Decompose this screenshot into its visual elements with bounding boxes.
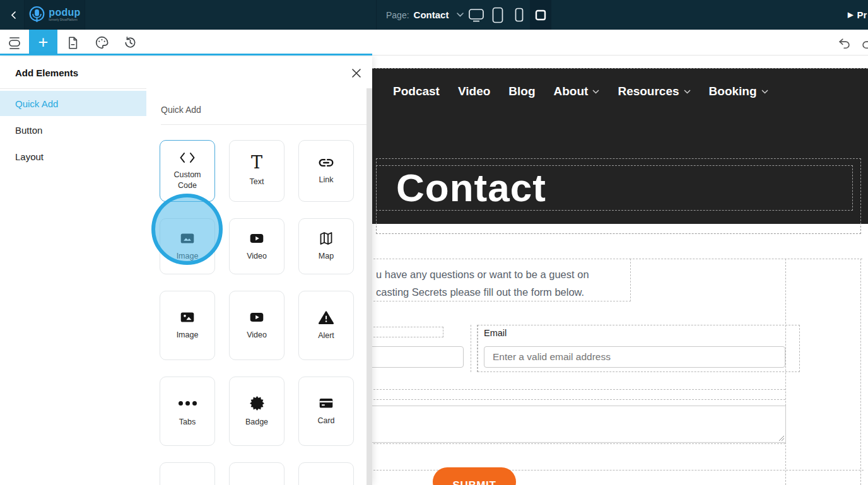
link-icon	[318, 156, 334, 169]
site-nav-resources[interactable]: Resources	[618, 85, 690, 98]
topbar-divider	[376, 0, 377, 30]
brand-tagline: formerly ShowPlatform	[49, 19, 80, 22]
panel-divider	[0, 88, 146, 89]
redo-icon	[860, 36, 868, 50]
add-elements-button[interactable]: +	[29, 30, 57, 56]
page-value: Contact	[414, 9, 449, 20]
tile-link[interactable]: Link	[298, 140, 354, 202]
page-label: Page:	[386, 10, 409, 20]
badge-icon	[249, 395, 265, 411]
intro-text[interactable]: u have any questions or want to be a gue…	[376, 266, 589, 301]
tile-image-photo[interactable]: Image	[160, 291, 215, 360]
phone-device-button[interactable]	[508, 0, 530, 30]
photo-icon	[179, 310, 196, 324]
history-button[interactable]	[116, 30, 144, 56]
editor-toolbar: +	[0, 30, 868, 56]
undo-icon	[838, 36, 852, 50]
tile-alert[interactable]: Alert	[298, 291, 354, 360]
site-nav-about[interactable]: About	[554, 85, 600, 98]
preview-button-label: Pr	[857, 9, 867, 20]
tile-video-2[interactable]: Video	[229, 291, 284, 360]
tablet-icon	[492, 7, 503, 23]
panel-nav-quick-add[interactable]: Quick Add	[0, 91, 146, 116]
add-elements-panel: Add Elements Quick Add Button Layout Qui…	[0, 57, 372, 485]
code-icon	[179, 151, 196, 164]
name-input[interactable]	[372, 346, 464, 368]
chevron-down-icon	[761, 90, 768, 94]
preview-button[interactable]: ▶ Pr	[848, 0, 867, 30]
name-label-guide	[372, 327, 443, 337]
resize-handle-icon[interactable]	[778, 435, 785, 441]
layout-guide	[785, 259, 786, 485]
video-icon	[249, 231, 265, 245]
tile-image[interactable]: Image	[160, 218, 215, 274]
custom-size-device-button[interactable]	[530, 0, 551, 30]
layout-guide	[477, 325, 478, 372]
tile-custom-code[interactable]: Custom Code	[160, 140, 215, 202]
panel-scrollbar[interactable]	[367, 88, 372, 485]
tile-partial[interactable]	[229, 462, 284, 485]
site-nav-video[interactable]: Video	[458, 85, 490, 98]
panel-nav: Quick Add Button Layout	[0, 91, 146, 170]
tile-text[interactable]: T Text	[229, 140, 284, 202]
editor-topbar: podup formerly ShowPlatform Page: Contac…	[0, 0, 868, 30]
tile-video[interactable]: Video	[229, 218, 284, 274]
site-navbar: Podcast Video Blog About Resources Booki…	[393, 85, 768, 98]
site-nav-podcast[interactable]: Podcast	[393, 85, 440, 98]
sections-button[interactable]	[1, 30, 28, 56]
tile-map[interactable]: Map	[298, 218, 354, 274]
email-input[interactable]	[484, 346, 785, 368]
active-panel-accent-bar	[0, 54, 372, 56]
podup-logo[interactable]: podup formerly ShowPlatform	[24, 0, 85, 30]
layout-guide	[372, 389, 785, 390]
redo-button[interactable]	[858, 30, 868, 56]
undo-button[interactable]	[835, 30, 854, 56]
map-icon	[319, 231, 334, 245]
brand-name: podup	[49, 8, 80, 18]
chevron-down-icon	[684, 90, 691, 94]
page-selector[interactable]: Page: Contact	[386, 0, 464, 30]
microphone-logo-icon	[28, 6, 45, 24]
tile-partial[interactable]	[160, 462, 215, 485]
phone-icon	[515, 8, 524, 22]
tile-partial[interactable]	[298, 462, 354, 485]
submit-button[interactable]: SUBMIT	[433, 467, 516, 485]
history-clock-icon	[123, 35, 138, 50]
element-grid: Custom Code T Text Link Image	[160, 140, 355, 485]
tile-tabs[interactable]: Tabs	[160, 377, 215, 446]
pages-button[interactable]	[59, 30, 86, 56]
panel-title: Add Elements	[15, 67, 78, 78]
square-icon	[535, 9, 546, 21]
intro-text-guide: u have any questions or want to be a gue…	[372, 259, 631, 301]
tile-badge[interactable]: Badge	[229, 377, 284, 446]
page-document-icon	[66, 35, 79, 50]
site-nav-booking[interactable]: Booking	[709, 85, 768, 98]
play-icon: ▶	[848, 11, 853, 19]
tile-card[interactable]: Card	[298, 377, 354, 446]
alert-icon	[318, 310, 334, 325]
chevron-down-icon	[592, 90, 599, 94]
panel-nav-button[interactable]: Button	[0, 117, 146, 143]
layout-guide	[630, 259, 862, 259]
site-hero-title[interactable]: Contact	[396, 165, 546, 210]
close-panel-button[interactable]	[348, 64, 365, 82]
plus-icon: +	[38, 33, 49, 52]
layout-guide	[372, 399, 785, 400]
palette-icon	[95, 35, 109, 50]
tablet-device-button[interactable]	[487, 0, 508, 30]
desktop-device-button[interactable]	[466, 0, 487, 30]
back-button[interactable]	[5, 6, 23, 24]
message-textarea[interactable]	[372, 406, 786, 443]
chevron-down-icon	[457, 13, 464, 17]
layout-guide	[372, 443, 785, 444]
tabs-icon	[179, 395, 197, 411]
site-hero-section[interactable]: Podcast Video Blog About Resources Booki…	[372, 68, 868, 224]
close-icon	[351, 68, 361, 78]
panel-nav-layout[interactable]: Layout	[0, 144, 146, 169]
card-icon	[318, 396, 334, 410]
desktop-icon	[468, 8, 484, 23]
theme-button[interactable]	[88, 30, 115, 56]
section-title: Quick Add	[161, 105, 201, 115]
back-chevron-icon	[9, 10, 19, 20]
site-nav-blog[interactable]: Blog	[508, 85, 535, 98]
